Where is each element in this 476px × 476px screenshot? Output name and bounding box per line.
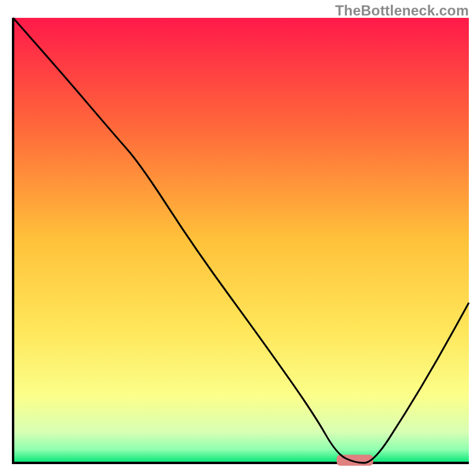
watermark-label: TheBottleneck.com (335, 2, 469, 19)
chart-container: TheBottleneck.com (0, 0, 476, 476)
chart-svg (0, 0, 476, 476)
plot-background (13, 18, 469, 463)
